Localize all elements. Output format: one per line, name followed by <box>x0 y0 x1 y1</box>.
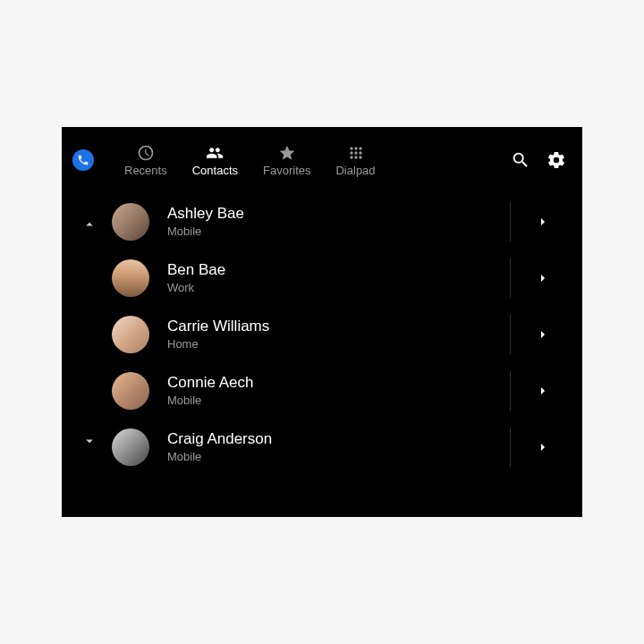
contact-row[interactable]: Ashley Bae Mobile <box>112 193 582 250</box>
header-bar: Recents Contacts Favorites Dialpad <box>62 127 582 193</box>
contact-action-button[interactable] <box>523 440 563 454</box>
contact-info: Ashley Bae Mobile <box>167 205 501 238</box>
contact-row[interactable]: Ben Bae Work <box>112 250 582 306</box>
chevron-right-icon <box>536 271 550 285</box>
svg-point-5 <box>359 151 361 154</box>
avatar <box>112 203 149 241</box>
tab-bar: Recents Contacts Favorites Dialpad <box>112 144 511 177</box>
contact-info: Ben Bae Work <box>167 261 501 294</box>
tab-label: Contacts <box>192 164 238 177</box>
people-icon <box>206 144 224 162</box>
divider <box>510 315 511 354</box>
contact-action-button[interactable] <box>523 384 563 398</box>
tab-contacts[interactable]: Contacts <box>180 144 250 177</box>
star-icon <box>278 144 296 162</box>
svg-point-4 <box>354 151 357 154</box>
phone-icon <box>77 154 89 166</box>
avatar <box>112 428 149 466</box>
contact-type: Mobile <box>167 394 501 407</box>
contact-action-button[interactable] <box>523 271 563 285</box>
chevron-right-icon <box>536 215 550 229</box>
search-icon[interactable] <box>511 150 530 170</box>
tab-label: Favorites <box>263 164 310 177</box>
tab-favorites[interactable]: Favorites <box>250 144 323 177</box>
phone-app-screen: Recents Contacts Favorites Dialpad <box>62 127 582 517</box>
svg-point-6 <box>350 156 352 158</box>
divider <box>510 428 511 467</box>
contact-info: Carrie Williams Home <box>167 318 501 351</box>
contacts-list: Ashley Bae Mobile Ben Bae Work Carrie Wi… <box>62 193 582 475</box>
avatar <box>112 316 149 353</box>
header-actions <box>511 150 566 170</box>
contact-type: Work <box>167 281 501 294</box>
contact-name: Ashley Bae <box>167 205 501 223</box>
divider <box>510 258 511 298</box>
chevron-down-icon <box>81 433 97 449</box>
tab-label: Recents <box>124 164 167 177</box>
contact-info: Connie Aech Mobile <box>167 374 501 407</box>
chevron-right-icon <box>536 440 550 454</box>
svg-point-3 <box>350 151 352 154</box>
contact-info: Craig Anderson Mobile <box>167 430 501 463</box>
scroll-down-button[interactable] <box>81 433 97 453</box>
avatar <box>112 372 149 410</box>
contact-name: Carrie Williams <box>167 318 501 335</box>
contact-action-button[interactable] <box>523 327 563 342</box>
scroll-up-button[interactable] <box>81 216 97 236</box>
contact-type: Home <box>167 337 501 351</box>
chevron-right-icon <box>536 384 550 398</box>
divider <box>510 371 511 411</box>
divider <box>510 202 511 242</box>
contact-type: Mobile <box>167 450 501 463</box>
svg-point-2 <box>359 147 361 149</box>
tab-label: Dialpad <box>335 164 375 177</box>
phone-app-icon[interactable] <box>72 149 94 171</box>
contact-name: Connie Aech <box>167 374 501 392</box>
svg-point-1 <box>354 147 357 149</box>
chevron-up-icon <box>81 216 97 233</box>
tab-recents[interactable]: Recents <box>112 144 180 177</box>
svg-point-8 <box>359 156 361 158</box>
tab-dialpad[interactable]: Dialpad <box>323 144 387 177</box>
contact-action-button[interactable] <box>523 215 563 229</box>
clock-icon <box>137 144 155 162</box>
svg-point-7 <box>354 156 357 158</box>
contact-name: Ben Bae <box>167 261 501 279</box>
gear-icon[interactable] <box>547 150 566 170</box>
svg-point-0 <box>350 147 352 149</box>
avatar <box>112 259 149 297</box>
chevron-right-icon <box>536 327 550 342</box>
contact-type: Mobile <box>167 225 501 238</box>
contact-row[interactable]: Carrie Williams Home <box>112 306 582 362</box>
contact-row[interactable]: Craig Anderson Mobile <box>112 419 582 475</box>
dialpad-icon <box>347 144 365 162</box>
contact-row[interactable]: Connie Aech Mobile <box>112 362 582 419</box>
contact-name: Craig Anderson <box>167 430 501 448</box>
